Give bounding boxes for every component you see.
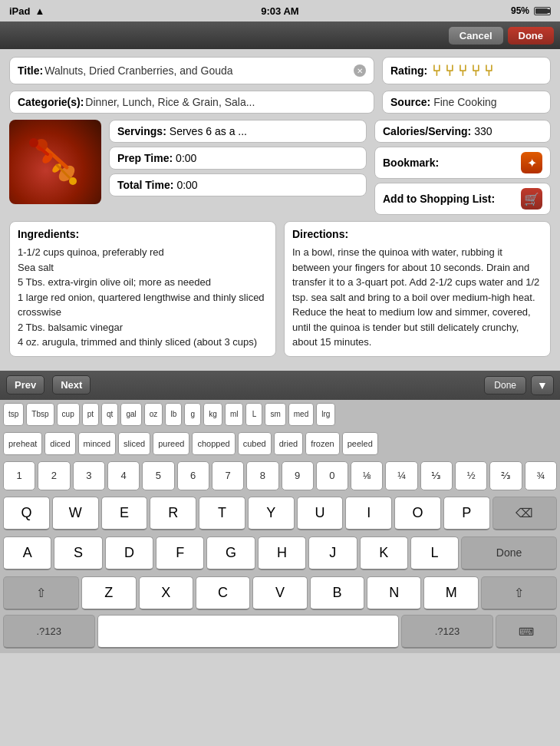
key-L[interactable]: L — [410, 536, 459, 570]
backspace-key[interactable]: ⌫ — [492, 497, 557, 530]
term-key-dried[interactable]: dried — [274, 432, 303, 455]
num-key-6[interactable]: 6 — [177, 461, 209, 490]
key-P[interactable]: P — [443, 497, 490, 530]
term-key-cubed[interactable]: cubed — [238, 432, 272, 455]
term-key-peeled[interactable]: peeled — [342, 432, 378, 455]
term-key-diced[interactable]: diced — [44, 432, 75, 455]
symbols-key-right[interactable]: .?123 — [401, 615, 493, 649]
key-E[interactable]: E — [101, 497, 148, 530]
fork-3[interactable]: ⑂ — [458, 62, 469, 79]
key-C[interactable]: C — [196, 576, 250, 610]
unit-key-gal[interactable]: gal — [120, 403, 141, 426]
unit-key-med[interactable]: med — [288, 403, 314, 426]
key-D[interactable]: D — [105, 536, 153, 570]
shift-right-key[interactable]: ⇧ — [481, 576, 557, 610]
num-key-¾[interactable]: ¾ — [525, 461, 557, 490]
unit-key-lb[interactable]: lb — [165, 403, 182, 426]
key-U[interactable]: U — [297, 497, 344, 530]
done-keyboard-key[interactable]: Done — [461, 536, 557, 570]
key-X[interactable]: X — [139, 576, 193, 610]
key-B[interactable]: B — [310, 576, 364, 610]
servings-row[interactable]: Servings: Serves 6 as a ... — [109, 120, 367, 143]
bookmark-button[interactable]: ✦ — [521, 152, 542, 173]
unit-key-pt[interactable]: pt — [82, 403, 99, 426]
num-key-⅓[interactable]: ⅓ — [420, 461, 453, 490]
key-I[interactable]: I — [345, 497, 392, 530]
num-key-¼[interactable]: ¼ — [385, 461, 417, 490]
source-field[interactable]: Source: Fine Cooking — [382, 91, 551, 114]
symbols-key-left[interactable]: .?123 — [3, 615, 95, 649]
term-key-chopped[interactable]: chopped — [192, 432, 235, 455]
num-key-⅛[interactable]: ⅛ — [351, 461, 383, 490]
num-key-½[interactable]: ½ — [455, 461, 487, 490]
unit-key-qt[interactable]: qt — [101, 403, 118, 426]
key-W[interactable]: W — [52, 497, 99, 530]
key-M[interactable]: M — [423, 576, 478, 610]
num-key-9[interactable]: 9 — [282, 461, 314, 490]
unit-key-cup[interactable]: cup — [57, 403, 80, 426]
num-key-5[interactable]: 5 — [142, 461, 174, 490]
total-time-row[interactable]: Total Time: 0:00 — [109, 173, 367, 196]
term-key-pureed[interactable]: pureed — [153, 432, 189, 455]
term-key-sliced[interactable]: sliced — [118, 432, 150, 455]
keyboard-done-area: Done ▼ — [484, 375, 554, 395]
num-key-3[interactable]: 3 — [73, 461, 105, 490]
key-O[interactable]: O — [394, 497, 441, 530]
next-button[interactable]: Next — [52, 375, 91, 394]
categories-field[interactable]: Categorie(s): Dinner, Lunch, Rice & Grai… — [9, 91, 374, 114]
term-key-preheat[interactable]: preheat — [3, 432, 42, 455]
prev-button[interactable]: Prev — [6, 375, 44, 394]
unit-key-tsp[interactable]: tsp — [3, 403, 24, 426]
key-A[interactable]: A — [3, 536, 51, 570]
key-J[interactable]: J — [308, 536, 357, 570]
key-S[interactable]: S — [54, 536, 102, 570]
key-T[interactable]: T — [199, 497, 245, 530]
cancel-button[interactable]: Cancel — [449, 27, 503, 45]
add-to-shopping-list-button[interactable]: 🛒 — [521, 188, 542, 210]
num-key-0[interactable]: 0 — [316, 461, 348, 490]
prep-time-row[interactable]: Prep Time: 0:00 — [109, 147, 367, 170]
space-key[interactable] — [97, 615, 400, 649]
unit-key-g[interactable]: g — [184, 403, 201, 426]
key-K[interactable]: K — [360, 536, 408, 570]
key-V[interactable]: V — [252, 576, 307, 610]
title-clear-button[interactable]: ✕ — [354, 64, 366, 77]
term-key-frozen[interactable]: frozen — [305, 432, 340, 455]
fork-4[interactable]: ⑂ — [471, 62, 482, 79]
key-R[interactable]: R — [150, 497, 196, 530]
ingredients-content[interactable]: 1-1/2 cups quinoa, preferably red Sea sa… — [18, 245, 268, 350]
key-Z[interactable]: Z — [81, 576, 136, 610]
num-key-1[interactable]: 1 — [3, 461, 35, 490]
num-key-2[interactable]: 2 — [38, 461, 70, 490]
fork-2[interactable]: ⑂ — [445, 62, 456, 79]
rating-label: Rating: — [390, 64, 427, 77]
unit-key-Tbsp[interactable]: Tbsp — [26, 403, 54, 426]
unit-key-L[interactable]: L — [245, 403, 262, 426]
directions-content[interactable]: In a bowl, rinse the quinoa with water, … — [292, 245, 542, 350]
key-G[interactable]: G — [206, 536, 255, 570]
unit-key-sm[interactable]: sm — [265, 403, 285, 426]
num-key-4[interactable]: 4 — [107, 461, 140, 490]
unit-key-ml[interactable]: ml — [225, 403, 244, 426]
fork-5[interactable]: ⑂ — [484, 62, 495, 79]
key-Q[interactable]: Q — [3, 497, 50, 530]
num-key-8[interactable]: 8 — [246, 461, 278, 490]
key-F[interactable]: F — [156, 536, 204, 570]
done-button[interactable]: Done — [508, 27, 555, 45]
unit-key-kg[interactable]: kg — [203, 403, 222, 426]
term-key-minced[interactable]: minced — [78, 432, 116, 455]
unit-key-lrg[interactable]: lrg — [316, 403, 335, 426]
num-key-⅔[interactable]: ⅔ — [489, 461, 522, 490]
fork-1[interactable]: ⑂ — [432, 62, 443, 79]
title-field[interactable]: Title: Walnuts, Dried Cranberries, and G… — [9, 57, 374, 84]
unit-key-oz[interactable]: oz — [144, 403, 163, 426]
keyboard-hide-key[interactable]: ⌨ — [496, 615, 557, 649]
shift-key[interactable]: ⇧ — [3, 576, 79, 610]
key-N[interactable]: N — [367, 576, 421, 610]
key-H[interactable]: H — [258, 536, 306, 570]
servings-label: Servings: — [117, 125, 166, 137]
key-Y[interactable]: Y — [248, 497, 295, 530]
hide-keyboard-button[interactable]: ▼ — [531, 375, 554, 395]
recipe-image[interactable] — [9, 120, 101, 204]
num-key-7[interactable]: 7 — [212, 461, 244, 490]
